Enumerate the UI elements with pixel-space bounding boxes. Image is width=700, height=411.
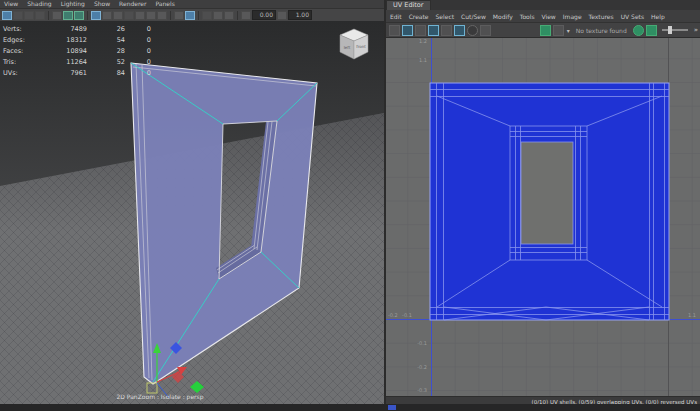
u-tick-label: -0.1	[402, 312, 412, 318]
all-lights-icon[interactable]	[124, 11, 134, 20]
hud-row-verts: Verts: 7489 26 0	[3, 23, 155, 34]
uv-symmetry-icon[interactable]	[415, 25, 426, 36]
uv-menu-cutsew[interactable]: Cut/Sew	[461, 13, 486, 20]
resolution-gate-icon[interactable]	[224, 11, 234, 20]
uv-editor-tab[interactable]: UV Editor	[386, 0, 431, 10]
view-cube-left-label[interactable]: left	[344, 45, 351, 50]
poly-count-hud: Verts: 7489 26 0 Edges: 18312 54 0 Faces…	[3, 23, 155, 78]
menu-lighting[interactable]: Lighting	[61, 0, 85, 8]
isolate-select-icon[interactable]	[185, 11, 195, 20]
hud-label: Tris:	[3, 58, 35, 66]
pan-zoom-icon[interactable]	[63, 11, 73, 20]
helpline-chip	[388, 405, 396, 410]
menu-shading[interactable]: Shading	[27, 0, 51, 8]
image-plane-icon[interactable]	[52, 11, 62, 20]
gamma-field[interactable]: 1.00	[288, 10, 312, 20]
toolbar-separator	[170, 11, 171, 20]
v-tick-label: -0.3	[417, 387, 427, 393]
uv-menu-image[interactable]: Image	[563, 13, 582, 20]
v-tick-label: 1.1	[419, 57, 427, 63]
update-psd-icon[interactable]	[646, 25, 657, 36]
uv-menu-textures[interactable]: Textures	[589, 13, 614, 20]
uv-borders-icon[interactable]	[441, 25, 452, 36]
grease-pencil-icon[interactable]	[74, 11, 84, 20]
hud-count: 18312	[35, 36, 87, 44]
uv-menu-select[interactable]: Select	[436, 13, 455, 20]
shadows-icon[interactable]	[135, 11, 145, 20]
exposure-field[interactable]: 0.00	[252, 10, 276, 20]
hud-other: 0	[125, 36, 151, 44]
uv-shell[interactable]	[430, 83, 669, 320]
uv-snapshot-icon[interactable]	[480, 25, 491, 36]
image-brightness-slider[interactable]	[662, 29, 688, 31]
hud-label: Verts:	[3, 25, 35, 33]
uv-menu-tools[interactable]: Tools	[520, 13, 535, 20]
uv-menu-view[interactable]: View	[542, 13, 556, 20]
slider-handle[interactable]	[668, 26, 672, 34]
toolbar-separator	[237, 11, 238, 20]
uv-menu-edit[interactable]: Edit	[390, 13, 402, 20]
move-uv-shell-icon[interactable]	[402, 25, 413, 36]
hud-label: Faces:	[3, 47, 35, 55]
perspective-viewport[interactable]: left front Verts: 7489 26 0 Edges: 18312…	[0, 21, 384, 404]
hud-selected: 84	[87, 69, 125, 77]
uv-menu-help[interactable]: Help	[651, 13, 665, 20]
lock-camera-icon[interactable]	[13, 11, 23, 20]
uv-canvas[interactable]: 1.2 1.1 -0.1 -0.2 -0.3 -0.2 -0.1 1.1	[386, 38, 700, 396]
uv-editor-toolbar: ▾ No texture found »	[386, 23, 700, 38]
exposure-toggle-icon[interactable]	[633, 25, 644, 36]
bookmark-icon[interactable]	[35, 11, 45, 20]
uv-editor-tabbar: UV Editor	[386, 0, 700, 10]
hud-other: 0	[125, 25, 151, 33]
hud-selected: 26	[87, 25, 125, 33]
view-cube-front-label[interactable]: front	[356, 44, 366, 49]
uv-editor-menubar: Edit Create Select Cut/Sew Modify Tools …	[386, 10, 700, 23]
uv-lattice-tool-icon[interactable]	[389, 25, 400, 36]
uv-distortion-icon[interactable]	[467, 25, 478, 36]
hud-label: Edges:	[3, 36, 35, 44]
exposure-icon[interactable]	[241, 11, 251, 20]
xray-icon[interactable]	[202, 11, 212, 20]
select-camera-icon[interactable]	[2, 11, 12, 20]
perspective-pane: View Shading Lighting Show Renderer Pane…	[0, 0, 384, 411]
hud-row-edges: Edges: 18312 54 0	[3, 34, 155, 45]
toolbar-expand-icon[interactable]: »	[694, 26, 697, 34]
camera-attributes-icon[interactable]	[24, 11, 34, 20]
toolbar-separator	[87, 11, 88, 20]
xray-joints-icon[interactable]	[213, 11, 223, 20]
ambient-occlusion-icon[interactable]	[146, 11, 156, 20]
menu-show[interactable]: Show	[94, 0, 110, 8]
uv-editor-pane: UV Editor Edit Create Select Cut/Sew Mod…	[384, 0, 700, 411]
shaded-mode-icon[interactable]	[102, 11, 112, 20]
hud-count: 11264	[35, 58, 87, 66]
checkerboard-tiles-icon[interactable]	[454, 25, 465, 36]
menu-panels[interactable]: Panels	[155, 0, 174, 8]
plate-icon[interactable]	[174, 11, 184, 20]
textured-mode-icon[interactable]	[113, 11, 123, 20]
hud-row-tris: Tris: 11264 52 0	[3, 56, 155, 67]
menu-view[interactable]: View	[4, 0, 18, 8]
save-texture-icon[interactable]	[540, 25, 551, 36]
texture-pattern-icon[interactable]	[553, 25, 564, 36]
uv-menu-uvsets[interactable]: UV Sets	[621, 13, 644, 20]
uv-view-wrap: 1.2 1.1 -0.1 -0.2 -0.3 -0.2 -0.1 1.1 (0/…	[386, 38, 700, 406]
toolbar-separator	[48, 11, 49, 20]
menu-renderer[interactable]: Renderer	[119, 0, 146, 8]
uv-menu-modify[interactable]: Modify	[493, 13, 513, 20]
hud-other: 0	[125, 69, 151, 77]
hud-selected: 54	[87, 36, 125, 44]
uv-menu-create[interactable]: Create	[409, 13, 429, 20]
wireframe-mode-icon[interactable]	[91, 11, 101, 20]
viewport-canvas[interactable]: left front	[0, 21, 384, 404]
hud-other: 0	[125, 47, 151, 55]
shaded-uv-display-icon[interactable]	[428, 25, 439, 36]
motion-blur-icon[interactable]	[157, 11, 167, 20]
texture-status: No texture found	[576, 27, 627, 34]
hud-count: 7961	[35, 69, 87, 77]
hud-selected: 28	[87, 47, 125, 55]
viewport-menubar: View Shading Lighting Show Renderer Pane…	[0, 0, 384, 9]
hud-row-uvs: UVs: 7961 84 0	[3, 67, 155, 78]
u-tick-label: -0.2	[388, 312, 398, 318]
gamma-icon[interactable]	[277, 11, 287, 20]
pattern-dropdown-caret-icon[interactable]: ▾	[567, 27, 570, 34]
